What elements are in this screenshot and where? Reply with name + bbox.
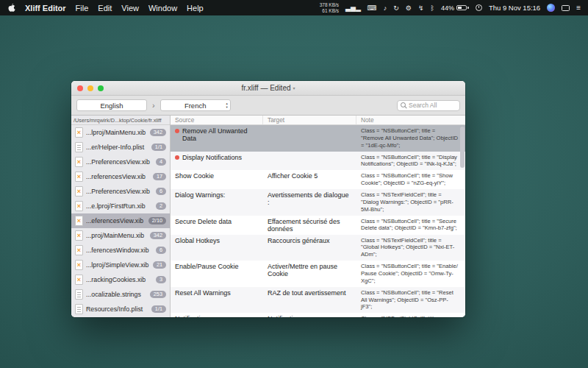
- battery-indicator[interactable]: 44%: [441, 4, 469, 12]
- display-icon[interactable]: [562, 5, 570, 11]
- target-text[interactable]: Raccourcis généraux: [263, 235, 356, 261]
- menu-window[interactable]: Window: [148, 4, 177, 13]
- menu-view[interactable]: View: [121, 4, 139, 13]
- volume-icon[interactable]: ♪: [384, 4, 387, 12]
- file-path: /Users/mrqwirk/D...ktop/Cookie/fr.xliff: [71, 116, 170, 125]
- target-text[interactable]: Afficher Cookie 5: [263, 170, 356, 189]
- notification-center-icon[interactable]: ≡: [576, 4, 581, 12]
- xib-file-icon: ×: [75, 260, 83, 270]
- table-row[interactable]: Enable/Pause CookieActiver/Mettre en pau…: [171, 261, 465, 287]
- table-row[interactable]: Notifications:Notifications :Class = "NS…: [171, 313, 465, 317]
- strings-file-icon: [75, 289, 83, 300]
- gear-icon[interactable]: ⚙: [406, 4, 412, 12]
- title-bar[interactable]: fr.xliff — Edited ▾: [71, 81, 465, 96]
- xib-file-icon: ×: [75, 245, 83, 255]
- battery-icon: [456, 5, 467, 10]
- file-item[interactable]: ×...eferencesView.xib2/10: [71, 213, 170, 228]
- popup-chevrons-icon: ▴▾: [226, 102, 227, 110]
- target-text[interactable]: [263, 125, 356, 152]
- file-name: ...ferencesWindow.xib: [86, 247, 153, 254]
- keyboard-icon[interactable]: ⌨: [368, 4, 377, 12]
- table-row[interactable]: Remove All Unwanted DataClass = "NSButto…: [171, 125, 465, 152]
- direction-arrow-icon: ›: [152, 101, 155, 110]
- file-item[interactable]: ×...e.lproj/FirstRun.xib2: [71, 199, 170, 213]
- xib-file-icon: ×: [75, 230, 83, 241]
- bolt-icon[interactable]: ↯: [418, 4, 424, 12]
- column-header-note[interactable]: Note: [356, 116, 465, 124]
- target-text[interactable]: Effacement sécurisé des données: [263, 216, 356, 235]
- source-cell: Display Notifications: [171, 152, 263, 171]
- activity-graph-icon[interactable]: ▃▅▂: [345, 4, 361, 12]
- xib-file-icon: ×: [75, 157, 83, 167]
- battery-fill: [458, 7, 462, 9]
- source-text: Show Cookie: [175, 172, 214, 180]
- target-text[interactable]: RAZ de tout avertissement: [263, 287, 356, 314]
- source-cell: Show Cookie: [171, 170, 263, 189]
- target-text[interactable]: Avertissements de dialogue :: [263, 189, 356, 216]
- table-row[interactable]: Show CookieAfficher Cookie 5Class = "NSB…: [171, 170, 465, 189]
- untranslated-dot-icon: [175, 129, 179, 133]
- file-item[interactable]: ×...lproj/SimpleView.xib21: [71, 258, 170, 272]
- file-item[interactable]: ×...rackingCookies.xib3: [71, 272, 170, 287]
- source-cell: Enable/Pause Cookie: [171, 261, 263, 287]
- count-badge: 6: [156, 247, 166, 254]
- search-field[interactable]: [397, 100, 460, 111]
- table-row[interactable]: Secure Delete dataEffacement sécurisé de…: [171, 216, 465, 235]
- file-name: ...lproj/MainMenu.xib: [86, 129, 147, 136]
- minimize-button[interactable]: [87, 85, 93, 91]
- note-text: Class = "NSTextFieldCell"; title = "Dial…: [356, 189, 465, 216]
- source-cell: Reset All Warnings: [171, 287, 263, 314]
- apple-menu-icon[interactable]: [7, 3, 15, 13]
- target-text[interactable]: Notifications :: [263, 313, 356, 317]
- table-scrollbar-thumb[interactable]: [460, 127, 465, 168]
- table-row[interactable]: Global HotkeysRaccourcis générauxClass =…: [171, 235, 465, 261]
- app-menu-title[interactable]: Xliff Editor: [25, 4, 66, 13]
- file-item[interactable]: ×...proj/MainMenu.xib342: [71, 228, 170, 243]
- file-name: ...rackingCookies.xib: [86, 276, 153, 283]
- source-text: Enable/Pause Cookie: [175, 263, 239, 270]
- search-input[interactable]: [409, 102, 456, 109]
- table-row[interactable]: Display NotificationsClass = "NSButtonCe…: [171, 152, 465, 171]
- network-speed-indicator[interactable]: 378 KB/s 61 KB/s: [320, 2, 339, 13]
- clock-icon[interactable]: [476, 4, 482, 11]
- menu-edit[interactable]: Edit: [98, 4, 112, 13]
- table-row[interactable]: Dialog Warnings:Avertissements de dialog…: [171, 189, 465, 216]
- count-badge: 6: [156, 188, 166, 195]
- file-item[interactable]: ×...ferencesWindow.xib6: [71, 243, 170, 258]
- menu-file[interactable]: File: [76, 4, 89, 13]
- plist-file-icon: [75, 142, 83, 152]
- source-text: Secure Delete data: [175, 218, 232, 225]
- file-item[interactable]: ×...PreferencesView.xib4: [71, 155, 170, 169]
- menu-help[interactable]: Help: [187, 4, 204, 13]
- note-text: Class = "NSButtonCell"; title = "Reset A…: [356, 287, 465, 314]
- sync-icon[interactable]: ↻: [393, 4, 399, 12]
- target-language-popup[interactable]: French ▴▾: [160, 99, 231, 111]
- file-item[interactable]: ×...lproj/MainMenu.xib342: [71, 125, 170, 140]
- menu-bar-clock[interactable]: Thu 9 Nov 15:16: [489, 4, 540, 12]
- target-text[interactable]: Activer/Mettre en pause Cookie: [263, 261, 356, 287]
- xib-file-icon: ×: [75, 275, 83, 285]
- title-chevron-icon[interactable]: ▾: [293, 85, 295, 91]
- close-button[interactable]: [77, 85, 83, 91]
- zoom-button[interactable]: [98, 85, 104, 91]
- table-row[interactable]: Reset All WarningsRAZ de tout avertissem…: [171, 287, 465, 314]
- translation-table: SourceTargetNote Remove All Unwanted Dat…: [171, 116, 465, 317]
- file-item[interactable]: ×...PreferencesView.xib6: [71, 184, 170, 199]
- battery-percent-label: 44%: [441, 4, 454, 12]
- window-controls: [77, 85, 104, 91]
- file-item[interactable]: ...ocalizable.strings253: [71, 287, 170, 302]
- column-header-source[interactable]: Source: [171, 116, 263, 124]
- column-header-target[interactable]: Target: [263, 116, 356, 124]
- count-badge: 2: [156, 202, 166, 210]
- target-text[interactable]: [263, 152, 356, 171]
- bluetooth-icon[interactable]: ᛒ: [430, 4, 434, 12]
- file-item[interactable]: ×...referencesView.xib17: [71, 169, 170, 184]
- network-up-label: 378 KB/s: [320, 2, 339, 7]
- file-item[interactable]: ...er/Helper-Info.plist1/1: [71, 140, 170, 155]
- plist-file-icon: [75, 304, 83, 314]
- source-cell: Global Hotkeys: [171, 235, 263, 261]
- source-language-button[interactable]: English: [76, 99, 147, 111]
- file-item[interactable]: Resources/Info.plist1/1: [71, 302, 170, 316]
- count-badge: 3: [156, 276, 166, 283]
- siri-icon[interactable]: [547, 4, 555, 12]
